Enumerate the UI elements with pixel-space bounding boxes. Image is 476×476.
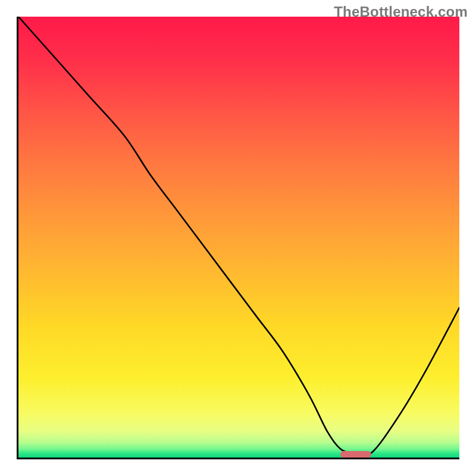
- chart-stage: TheBottleneck.com: [0, 0, 476, 476]
- x-axis-line: [17, 458, 459, 459]
- bottleneck-curve: [18, 17, 459, 458]
- optimal-range-marker: [340, 451, 371, 458]
- plot-area: [18, 17, 459, 458]
